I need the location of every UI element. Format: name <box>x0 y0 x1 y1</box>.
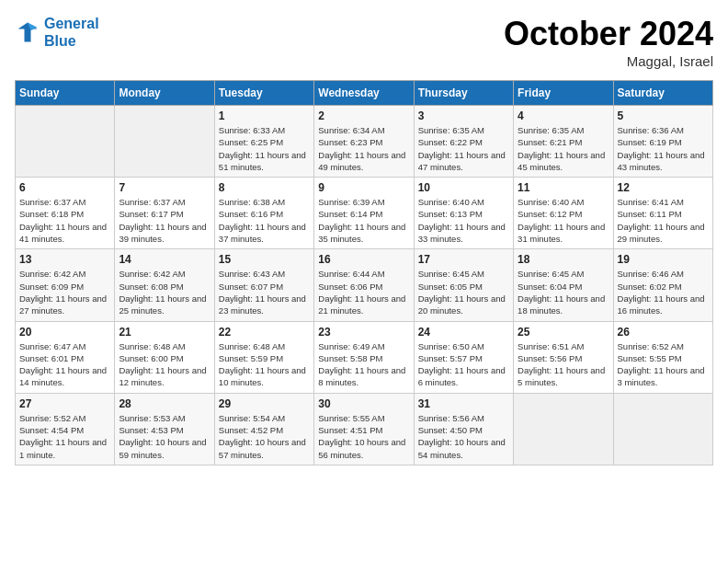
weekday-header: Wednesday <box>314 81 414 106</box>
day-number: 15 <box>219 253 310 266</box>
calendar-cell: 14Sunrise: 6:42 AMSunset: 6:08 PMDayligh… <box>115 249 214 321</box>
calendar-cell: 24Sunrise: 6:50 AMSunset: 5:57 PMDayligh… <box>414 321 513 393</box>
day-info: Sunrise: 6:39 AMSunset: 6:14 PMDaylight:… <box>318 196 409 245</box>
calendar-week-row: 13Sunrise: 6:42 AMSunset: 6:09 PMDayligh… <box>16 249 713 321</box>
day-number: 12 <box>618 181 709 194</box>
calendar-cell: 11Sunrise: 6:40 AMSunset: 6:12 PMDayligh… <box>514 178 613 249</box>
day-info: Sunrise: 6:45 AMSunset: 6:05 PMDaylight:… <box>418 268 509 316</box>
calendar-cell: 15Sunrise: 6:43 AMSunset: 6:07 PMDayligh… <box>214 249 313 321</box>
calendar-cell <box>115 106 214 178</box>
calendar-cell: 8Sunrise: 6:38 AMSunset: 6:16 PMDaylight… <box>214 178 313 249</box>
weekday-header: Sunday <box>16 81 115 106</box>
day-number: 13 <box>19 253 110 266</box>
day-info: Sunrise: 6:35 AMSunset: 6:21 PMDaylight:… <box>518 124 609 173</box>
day-info: Sunrise: 6:43 AMSunset: 6:07 PMDaylight:… <box>219 268 310 316</box>
weekday-header: Thursday <box>414 81 513 106</box>
day-number: 31 <box>418 397 509 410</box>
day-info: Sunrise: 6:52 AMSunset: 5:55 PMDaylight:… <box>618 340 709 389</box>
day-info: Sunrise: 6:44 AMSunset: 6:06 PMDaylight:… <box>318 268 409 316</box>
calendar-cell: 6Sunrise: 6:37 AMSunset: 6:18 PMDaylight… <box>16 178 115 249</box>
day-info: Sunrise: 6:33 AMSunset: 6:25 PMDaylight:… <box>219 124 310 173</box>
day-number: 8 <box>219 181 310 194</box>
day-info: Sunrise: 6:38 AMSunset: 6:16 PMDaylight:… <box>219 196 310 245</box>
title-block: October 2024 Maggal, Israel <box>504 15 713 69</box>
day-info: Sunrise: 5:56 AMSunset: 4:50 PMDaylight:… <box>418 412 509 461</box>
calendar-week-row: 27Sunrise: 5:52 AMSunset: 4:54 PMDayligh… <box>16 393 713 465</box>
day-info: Sunrise: 6:50 AMSunset: 5:57 PMDaylight:… <box>418 340 509 389</box>
weekday-header: Tuesday <box>214 81 313 106</box>
calendar-cell: 10Sunrise: 6:40 AMSunset: 6:13 PMDayligh… <box>414 178 513 249</box>
calendar-cell: 27Sunrise: 5:52 AMSunset: 4:54 PMDayligh… <box>16 393 115 465</box>
logo-icon <box>15 19 40 45</box>
calendar-cell <box>613 393 712 465</box>
weekday-header: Saturday <box>613 81 712 106</box>
day-number: 21 <box>119 326 210 339</box>
weekday-header: Monday <box>115 81 214 106</box>
day-info: Sunrise: 6:48 AMSunset: 5:59 PMDaylight:… <box>219 340 310 389</box>
day-info: Sunrise: 6:42 AMSunset: 6:08 PMDaylight:… <box>119 268 210 316</box>
page-header: General Blue October 2024 Maggal, Israel <box>15 15 713 69</box>
day-number: 18 <box>518 253 609 266</box>
day-info: Sunrise: 6:37 AMSunset: 6:17 PMDaylight:… <box>119 196 210 245</box>
day-number: 19 <box>618 253 709 266</box>
calendar-week-row: 1Sunrise: 6:33 AMSunset: 6:25 PMDaylight… <box>16 106 713 178</box>
day-number: 20 <box>19 326 110 339</box>
day-info: Sunrise: 5:55 AMSunset: 4:51 PMDaylight:… <box>318 412 409 461</box>
day-info: Sunrise: 6:40 AMSunset: 6:13 PMDaylight:… <box>418 196 509 245</box>
day-number: 10 <box>418 181 509 194</box>
day-info: Sunrise: 5:53 AMSunset: 4:53 PMDaylight:… <box>119 412 210 461</box>
calendar-table: SundayMondayTuesdayWednesdayThursdayFrid… <box>15 80 713 465</box>
month-title: October 2024 <box>504 15 713 53</box>
day-number: 9 <box>318 181 409 194</box>
day-info: Sunrise: 6:36 AMSunset: 6:19 PMDaylight:… <box>618 124 709 173</box>
day-number: 4 <box>518 109 609 122</box>
calendar-cell: 2Sunrise: 6:34 AMSunset: 6:23 PMDaylight… <box>314 106 414 178</box>
day-number: 3 <box>418 109 509 122</box>
day-number: 11 <box>518 181 609 194</box>
logo: General Blue <box>15 15 99 50</box>
day-info: Sunrise: 6:35 AMSunset: 6:22 PMDaylight:… <box>418 124 509 173</box>
calendar-cell: 21Sunrise: 6:48 AMSunset: 6:00 PMDayligh… <box>115 321 214 393</box>
day-number: 16 <box>318 253 409 266</box>
day-info: Sunrise: 5:52 AMSunset: 4:54 PMDaylight:… <box>19 412 110 461</box>
weekday-header: Friday <box>514 81 613 106</box>
day-info: Sunrise: 6:37 AMSunset: 6:18 PMDaylight:… <box>19 196 110 245</box>
day-info: Sunrise: 6:42 AMSunset: 6:09 PMDaylight:… <box>19 268 110 316</box>
calendar-week-row: 6Sunrise: 6:37 AMSunset: 6:18 PMDaylight… <box>16 178 713 249</box>
calendar-cell: 29Sunrise: 5:54 AMSunset: 4:52 PMDayligh… <box>214 393 313 465</box>
calendar-cell <box>16 106 115 178</box>
calendar-cell: 30Sunrise: 5:55 AMSunset: 4:51 PMDayligh… <box>314 393 414 465</box>
calendar-cell: 17Sunrise: 6:45 AMSunset: 6:05 PMDayligh… <box>414 249 513 321</box>
day-number: 24 <box>418 326 509 339</box>
day-info: Sunrise: 6:51 AMSunset: 5:56 PMDaylight:… <box>518 340 609 389</box>
day-info: Sunrise: 5:54 AMSunset: 4:52 PMDaylight:… <box>219 412 310 461</box>
svg-marker-0 <box>18 23 38 42</box>
day-info: Sunrise: 6:40 AMSunset: 6:12 PMDaylight:… <box>518 196 609 245</box>
calendar-cell <box>514 393 613 465</box>
logo-general: General <box>44 16 99 31</box>
calendar-cell: 22Sunrise: 6:48 AMSunset: 5:59 PMDayligh… <box>214 321 313 393</box>
day-number: 26 <box>618 326 709 339</box>
calendar-cell: 5Sunrise: 6:36 AMSunset: 6:19 PMDaylight… <box>613 106 712 178</box>
day-info: Sunrise: 6:48 AMSunset: 6:00 PMDaylight:… <box>119 340 210 389</box>
calendar-week-row: 20Sunrise: 6:47 AMSunset: 6:01 PMDayligh… <box>16 321 713 393</box>
calendar-cell: 12Sunrise: 6:41 AMSunset: 6:11 PMDayligh… <box>613 178 712 249</box>
day-number: 14 <box>119 253 210 266</box>
day-number: 7 <box>119 181 210 194</box>
day-number: 17 <box>418 253 509 266</box>
day-number: 22 <box>219 326 310 339</box>
day-info: Sunrise: 6:34 AMSunset: 6:23 PMDaylight:… <box>318 124 409 173</box>
calendar-cell: 1Sunrise: 6:33 AMSunset: 6:25 PMDaylight… <box>214 106 313 178</box>
day-number: 27 <box>19 397 110 410</box>
calendar-cell: 18Sunrise: 6:45 AMSunset: 6:04 PMDayligh… <box>514 249 613 321</box>
calendar-cell: 13Sunrise: 6:42 AMSunset: 6:09 PMDayligh… <box>16 249 115 321</box>
calendar-cell: 7Sunrise: 6:37 AMSunset: 6:17 PMDaylight… <box>115 178 214 249</box>
weekday-header-row: SundayMondayTuesdayWednesdayThursdayFrid… <box>16 81 713 106</box>
calendar-cell: 25Sunrise: 6:51 AMSunset: 5:56 PMDayligh… <box>514 321 613 393</box>
calendar-cell: 20Sunrise: 6:47 AMSunset: 6:01 PMDayligh… <box>16 321 115 393</box>
calendar-cell: 16Sunrise: 6:44 AMSunset: 6:06 PMDayligh… <box>314 249 414 321</box>
calendar-cell: 28Sunrise: 5:53 AMSunset: 4:53 PMDayligh… <box>115 393 214 465</box>
calendar-cell: 23Sunrise: 6:49 AMSunset: 5:58 PMDayligh… <box>314 321 414 393</box>
day-number: 2 <box>318 109 409 122</box>
calendar-cell: 4Sunrise: 6:35 AMSunset: 6:21 PMDaylight… <box>514 106 613 178</box>
